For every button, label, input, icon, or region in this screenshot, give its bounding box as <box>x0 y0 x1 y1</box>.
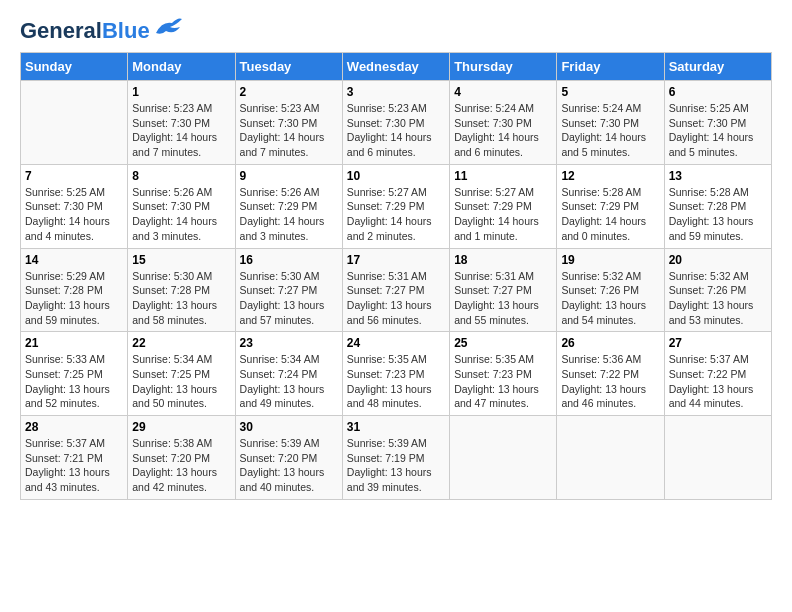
day-info: Sunrise: 5:36 AMSunset: 7:22 PMDaylight:… <box>561 352 659 411</box>
day-number: 12 <box>561 169 659 183</box>
logo-bird-icon <box>152 13 184 41</box>
calendar-cell: 13Sunrise: 5:28 AMSunset: 7:28 PMDayligh… <box>664 164 771 248</box>
day-number: 21 <box>25 336 123 350</box>
logo: GeneralBlue <box>20 20 184 42</box>
day-info: Sunrise: 5:23 AMSunset: 7:30 PMDaylight:… <box>132 101 230 160</box>
day-info: Sunrise: 5:23 AMSunset: 7:30 PMDaylight:… <box>240 101 338 160</box>
calendar-cell: 17Sunrise: 5:31 AMSunset: 7:27 PMDayligh… <box>342 248 449 332</box>
calendar-week-row: 21Sunrise: 5:33 AMSunset: 7:25 PMDayligh… <box>21 332 772 416</box>
day-info: Sunrise: 5:26 AMSunset: 7:30 PMDaylight:… <box>132 185 230 244</box>
calendar-week-row: 7Sunrise: 5:25 AMSunset: 7:30 PMDaylight… <box>21 164 772 248</box>
day-number: 19 <box>561 253 659 267</box>
calendar-table: SundayMondayTuesdayWednesdayThursdayFrid… <box>20 52 772 500</box>
calendar-cell: 18Sunrise: 5:31 AMSunset: 7:27 PMDayligh… <box>450 248 557 332</box>
calendar-cell: 15Sunrise: 5:30 AMSunset: 7:28 PMDayligh… <box>128 248 235 332</box>
calendar-cell: 26Sunrise: 5:36 AMSunset: 7:22 PMDayligh… <box>557 332 664 416</box>
day-info: Sunrise: 5:30 AMSunset: 7:28 PMDaylight:… <box>132 269 230 328</box>
day-number: 8 <box>132 169 230 183</box>
calendar-cell: 6Sunrise: 5:25 AMSunset: 7:30 PMDaylight… <box>664 81 771 165</box>
day-info: Sunrise: 5:31 AMSunset: 7:27 PMDaylight:… <box>347 269 445 328</box>
calendar-cell: 16Sunrise: 5:30 AMSunset: 7:27 PMDayligh… <box>235 248 342 332</box>
calendar-header-friday: Friday <box>557 53 664 81</box>
calendar-cell: 12Sunrise: 5:28 AMSunset: 7:29 PMDayligh… <box>557 164 664 248</box>
day-number: 23 <box>240 336 338 350</box>
day-number: 15 <box>132 253 230 267</box>
day-info: Sunrise: 5:35 AMSunset: 7:23 PMDaylight:… <box>454 352 552 411</box>
day-info: Sunrise: 5:37 AMSunset: 7:22 PMDaylight:… <box>669 352 767 411</box>
day-info: Sunrise: 5:24 AMSunset: 7:30 PMDaylight:… <box>561 101 659 160</box>
day-number: 7 <box>25 169 123 183</box>
day-info: Sunrise: 5:39 AMSunset: 7:20 PMDaylight:… <box>240 436 338 495</box>
day-info: Sunrise: 5:25 AMSunset: 7:30 PMDaylight:… <box>25 185 123 244</box>
day-number: 25 <box>454 336 552 350</box>
calendar-cell: 30Sunrise: 5:39 AMSunset: 7:20 PMDayligh… <box>235 416 342 500</box>
calendar-cell: 14Sunrise: 5:29 AMSunset: 7:28 PMDayligh… <box>21 248 128 332</box>
calendar-cell: 19Sunrise: 5:32 AMSunset: 7:26 PMDayligh… <box>557 248 664 332</box>
calendar-cell <box>21 81 128 165</box>
day-info: Sunrise: 5:39 AMSunset: 7:19 PMDaylight:… <box>347 436 445 495</box>
day-info: Sunrise: 5:27 AMSunset: 7:29 PMDaylight:… <box>454 185 552 244</box>
calendar-header-wednesday: Wednesday <box>342 53 449 81</box>
day-number: 29 <box>132 420 230 434</box>
calendar-cell: 25Sunrise: 5:35 AMSunset: 7:23 PMDayligh… <box>450 332 557 416</box>
day-number: 2 <box>240 85 338 99</box>
day-number: 11 <box>454 169 552 183</box>
logo-text: GeneralBlue <box>20 20 150 42</box>
day-info: Sunrise: 5:28 AMSunset: 7:28 PMDaylight:… <box>669 185 767 244</box>
day-number: 13 <box>669 169 767 183</box>
calendar-header-thursday: Thursday <box>450 53 557 81</box>
day-number: 18 <box>454 253 552 267</box>
calendar-cell: 23Sunrise: 5:34 AMSunset: 7:24 PMDayligh… <box>235 332 342 416</box>
day-number: 22 <box>132 336 230 350</box>
calendar-header-saturday: Saturday <box>664 53 771 81</box>
calendar-cell: 29Sunrise: 5:38 AMSunset: 7:20 PMDayligh… <box>128 416 235 500</box>
calendar-cell: 27Sunrise: 5:37 AMSunset: 7:22 PMDayligh… <box>664 332 771 416</box>
calendar-cell: 1Sunrise: 5:23 AMSunset: 7:30 PMDaylight… <box>128 81 235 165</box>
day-info: Sunrise: 5:25 AMSunset: 7:30 PMDaylight:… <box>669 101 767 160</box>
day-number: 9 <box>240 169 338 183</box>
day-number: 28 <box>25 420 123 434</box>
day-number: 14 <box>25 253 123 267</box>
calendar-cell: 11Sunrise: 5:27 AMSunset: 7:29 PMDayligh… <box>450 164 557 248</box>
calendar-cell: 31Sunrise: 5:39 AMSunset: 7:19 PMDayligh… <box>342 416 449 500</box>
calendar-cell: 4Sunrise: 5:24 AMSunset: 7:30 PMDaylight… <box>450 81 557 165</box>
calendar-cell: 7Sunrise: 5:25 AMSunset: 7:30 PMDaylight… <box>21 164 128 248</box>
day-info: Sunrise: 5:37 AMSunset: 7:21 PMDaylight:… <box>25 436 123 495</box>
calendar-header-tuesday: Tuesday <box>235 53 342 81</box>
calendar-header-monday: Monday <box>128 53 235 81</box>
calendar-cell: 21Sunrise: 5:33 AMSunset: 7:25 PMDayligh… <box>21 332 128 416</box>
calendar-cell <box>450 416 557 500</box>
day-number: 1 <box>132 85 230 99</box>
day-info: Sunrise: 5:35 AMSunset: 7:23 PMDaylight:… <box>347 352 445 411</box>
day-number: 27 <box>669 336 767 350</box>
day-info: Sunrise: 5:27 AMSunset: 7:29 PMDaylight:… <box>347 185 445 244</box>
day-number: 31 <box>347 420 445 434</box>
calendar-cell: 2Sunrise: 5:23 AMSunset: 7:30 PMDaylight… <box>235 81 342 165</box>
day-info: Sunrise: 5:34 AMSunset: 7:25 PMDaylight:… <box>132 352 230 411</box>
day-number: 3 <box>347 85 445 99</box>
day-info: Sunrise: 5:30 AMSunset: 7:27 PMDaylight:… <box>240 269 338 328</box>
day-info: Sunrise: 5:26 AMSunset: 7:29 PMDaylight:… <box>240 185 338 244</box>
calendar-header-sunday: Sunday <box>21 53 128 81</box>
day-info: Sunrise: 5:23 AMSunset: 7:30 PMDaylight:… <box>347 101 445 160</box>
calendar-cell <box>557 416 664 500</box>
calendar-cell: 9Sunrise: 5:26 AMSunset: 7:29 PMDaylight… <box>235 164 342 248</box>
calendar-cell <box>664 416 771 500</box>
day-number: 16 <box>240 253 338 267</box>
day-info: Sunrise: 5:32 AMSunset: 7:26 PMDaylight:… <box>561 269 659 328</box>
calendar-week-row: 1Sunrise: 5:23 AMSunset: 7:30 PMDaylight… <box>21 81 772 165</box>
day-number: 20 <box>669 253 767 267</box>
day-info: Sunrise: 5:31 AMSunset: 7:27 PMDaylight:… <box>454 269 552 328</box>
day-info: Sunrise: 5:33 AMSunset: 7:25 PMDaylight:… <box>25 352 123 411</box>
day-number: 10 <box>347 169 445 183</box>
calendar-cell: 5Sunrise: 5:24 AMSunset: 7:30 PMDaylight… <box>557 81 664 165</box>
calendar-cell: 3Sunrise: 5:23 AMSunset: 7:30 PMDaylight… <box>342 81 449 165</box>
calendar-week-row: 28Sunrise: 5:37 AMSunset: 7:21 PMDayligh… <box>21 416 772 500</box>
day-number: 6 <box>669 85 767 99</box>
calendar-cell: 24Sunrise: 5:35 AMSunset: 7:23 PMDayligh… <box>342 332 449 416</box>
day-info: Sunrise: 5:29 AMSunset: 7:28 PMDaylight:… <box>25 269 123 328</box>
calendar-cell: 8Sunrise: 5:26 AMSunset: 7:30 PMDaylight… <box>128 164 235 248</box>
day-info: Sunrise: 5:34 AMSunset: 7:24 PMDaylight:… <box>240 352 338 411</box>
day-number: 24 <box>347 336 445 350</box>
day-info: Sunrise: 5:28 AMSunset: 7:29 PMDaylight:… <box>561 185 659 244</box>
